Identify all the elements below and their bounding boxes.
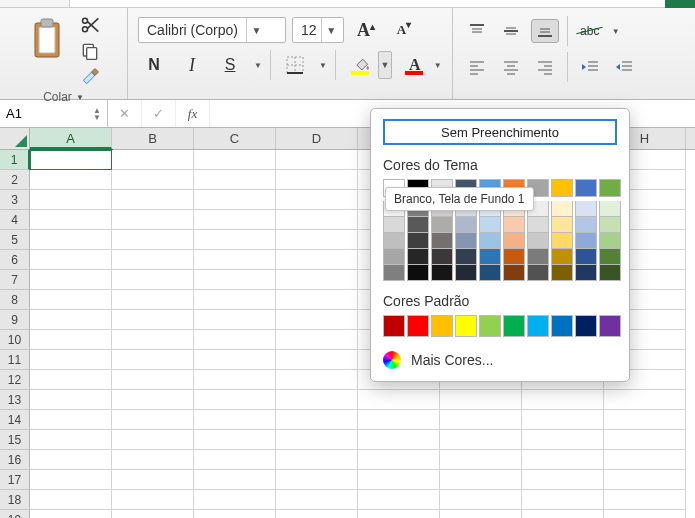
color-swatch[interactable] bbox=[383, 249, 405, 265]
color-swatch[interactable] bbox=[455, 233, 477, 249]
color-swatch[interactable] bbox=[551, 315, 573, 337]
cell[interactable] bbox=[112, 170, 194, 190]
row-header[interactable]: 13 bbox=[0, 390, 30, 410]
cell[interactable] bbox=[276, 210, 358, 230]
chevron-down-icon[interactable]: ▼ bbox=[246, 18, 266, 42]
cell[interactable] bbox=[276, 270, 358, 290]
cell[interactable] bbox=[112, 350, 194, 370]
color-swatch[interactable] bbox=[407, 265, 429, 281]
increase-indent-button[interactable] bbox=[610, 55, 638, 79]
color-swatch[interactable] bbox=[407, 217, 429, 233]
color-swatch[interactable] bbox=[383, 217, 405, 233]
row-header[interactable]: 17 bbox=[0, 470, 30, 490]
cut-button[interactable] bbox=[76, 14, 104, 38]
color-swatch[interactable] bbox=[503, 315, 525, 337]
row-header[interactable]: 1 bbox=[0, 150, 30, 170]
font-name-combo[interactable]: Calibri (Corpo) ▼ bbox=[138, 17, 286, 43]
cell[interactable] bbox=[194, 230, 276, 250]
cell[interactable] bbox=[30, 210, 112, 230]
color-swatch[interactable] bbox=[431, 249, 453, 265]
color-swatch[interactable] bbox=[527, 249, 549, 265]
cell[interactable] bbox=[112, 230, 194, 250]
cell[interactable] bbox=[440, 430, 522, 450]
cell[interactable] bbox=[522, 470, 604, 490]
cell[interactable] bbox=[30, 390, 112, 410]
cell[interactable] bbox=[276, 390, 358, 410]
fx-button[interactable]: fx bbox=[176, 100, 210, 127]
cell[interactable] bbox=[522, 410, 604, 430]
color-swatch[interactable] bbox=[551, 179, 573, 197]
color-swatch[interactable] bbox=[599, 201, 621, 217]
cell[interactable] bbox=[194, 150, 276, 170]
row-header[interactable]: 16 bbox=[0, 450, 30, 470]
column-header[interactable]: D bbox=[276, 128, 358, 149]
color-swatch[interactable] bbox=[479, 217, 501, 233]
color-swatch[interactable] bbox=[575, 265, 597, 281]
cell[interactable] bbox=[30, 470, 112, 490]
color-swatch[interactable] bbox=[503, 217, 525, 233]
color-swatch[interactable] bbox=[407, 315, 429, 337]
color-swatch[interactable] bbox=[599, 249, 621, 265]
color-swatch[interactable] bbox=[575, 233, 597, 249]
cell[interactable] bbox=[604, 470, 686, 490]
cell[interactable] bbox=[276, 430, 358, 450]
color-swatch[interactable] bbox=[455, 315, 477, 337]
color-swatch[interactable] bbox=[527, 315, 549, 337]
borders-button[interactable] bbox=[279, 51, 311, 79]
color-swatch[interactable] bbox=[383, 315, 405, 337]
cell[interactable] bbox=[30, 510, 112, 518]
cell[interactable] bbox=[276, 150, 358, 170]
fill-color-dropdown-caret[interactable]: ▼ bbox=[378, 51, 392, 79]
cell[interactable] bbox=[194, 390, 276, 410]
cell[interactable] bbox=[358, 450, 440, 470]
row-header[interactable]: 19 bbox=[0, 510, 30, 518]
cell[interactable] bbox=[276, 250, 358, 270]
color-swatch[interactable] bbox=[407, 249, 429, 265]
cell[interactable] bbox=[30, 150, 112, 170]
cell[interactable] bbox=[112, 150, 194, 170]
cell[interactable] bbox=[604, 490, 686, 510]
cell[interactable] bbox=[194, 270, 276, 290]
column-header[interactable]: B bbox=[112, 128, 194, 149]
cell[interactable] bbox=[194, 330, 276, 350]
cell[interactable] bbox=[276, 350, 358, 370]
align-center-button[interactable] bbox=[497, 55, 525, 79]
cell[interactable] bbox=[604, 430, 686, 450]
paste-button[interactable] bbox=[24, 12, 70, 66]
cell[interactable] bbox=[30, 450, 112, 470]
color-swatch[interactable] bbox=[527, 217, 549, 233]
color-swatch[interactable] bbox=[383, 233, 405, 249]
cell[interactable] bbox=[194, 350, 276, 370]
cell[interactable] bbox=[112, 470, 194, 490]
cell[interactable] bbox=[30, 230, 112, 250]
cell[interactable] bbox=[112, 250, 194, 270]
name-box[interactable]: ▲▼ bbox=[0, 100, 108, 127]
borders-dropdown-caret[interactable]: ▼ bbox=[319, 61, 327, 70]
color-swatch[interactable] bbox=[575, 201, 597, 217]
fill-color-button[interactable] bbox=[344, 51, 378, 79]
cell[interactable] bbox=[522, 510, 604, 518]
row-header[interactable]: 8 bbox=[0, 290, 30, 310]
cell[interactable] bbox=[30, 350, 112, 370]
color-swatch[interactable] bbox=[431, 315, 453, 337]
cell[interactable] bbox=[112, 310, 194, 330]
wrap-text-button[interactable]: abc bbox=[576, 19, 604, 43]
cell[interactable] bbox=[30, 490, 112, 510]
color-swatch[interactable] bbox=[599, 179, 621, 197]
cell[interactable] bbox=[112, 450, 194, 470]
color-swatch[interactable] bbox=[407, 233, 429, 249]
color-swatch[interactable] bbox=[575, 179, 597, 197]
cell[interactable] bbox=[440, 470, 522, 490]
cell[interactable] bbox=[112, 330, 194, 350]
color-swatch[interactable] bbox=[431, 233, 453, 249]
cell[interactable] bbox=[276, 450, 358, 470]
more-colors-button[interactable]: Mais Cores... bbox=[383, 351, 617, 369]
cell[interactable] bbox=[276, 190, 358, 210]
cell[interactable] bbox=[194, 310, 276, 330]
color-swatch[interactable] bbox=[455, 265, 477, 281]
color-swatch[interactable] bbox=[503, 265, 525, 281]
cell[interactable] bbox=[112, 370, 194, 390]
color-swatch[interactable] bbox=[503, 249, 525, 265]
color-swatch[interactable] bbox=[431, 217, 453, 233]
cell[interactable] bbox=[194, 410, 276, 430]
